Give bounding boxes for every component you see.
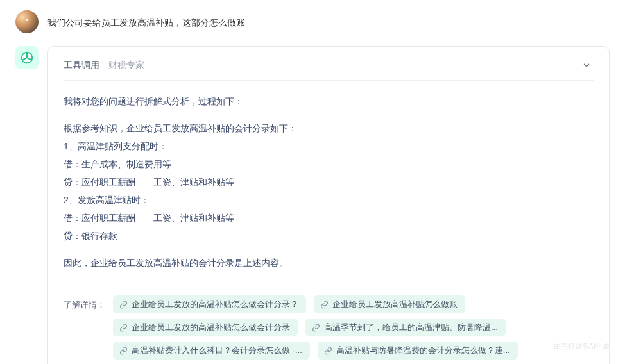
related-link-text: 企业给员工发放高温补贴怎么做账 (332, 299, 458, 310)
ai-response-card: 工具调用 财税专家 我将对您的问题进行拆解式分析，过程如下： 根据参考知识，企业… (47, 46, 610, 364)
related-link[interactable]: 企业给员工发放的高温补贴怎么做会计分录 (113, 318, 298, 336)
related-label: 了解详情： (64, 295, 105, 311)
related-link[interactable]: 高温季节到了，给员工的高温津贴、防暑降温... (305, 318, 506, 336)
answer-line: 借：应付职工薪酬——工资、津贴和补贴等 (64, 209, 594, 227)
tool-call-name: 财税专家 (108, 60, 144, 71)
related-link[interactable]: 企业给员工发放的高温补贴怎么做会计分录？ (113, 295, 306, 313)
answer-line: 贷：应付职工薪酬——工资、津贴和补贴等 (64, 173, 594, 191)
related-links-container: 企业给员工发放的高温补贴怎么做会计分录？ 企业给员工发放高温补贴怎么做账 企业给… (113, 295, 594, 360)
ai-answer-body: 我将对您的问题进行拆解式分析，过程如下： 根据参考知识，企业给员工发放高温补贴的… (64, 92, 594, 272)
related-link-text: 企业给员工发放的高温补贴怎么做会计分录？ (132, 299, 298, 310)
user-avatar (15, 10, 39, 33)
watermark-text: 由亮灯财务AI生成 (554, 342, 610, 351)
related-link[interactable]: 高温补贴与防暑降温费的会计分录怎么做？速... (318, 342, 518, 360)
user-question-text: 我们公司要给员工发放高温补贴，这部分怎么做账 (47, 10, 245, 29)
related-link-text: 企业给员工发放的高温补贴怎么做会计分录 (132, 322, 290, 333)
related-link[interactable]: 高温补贴费计入什么科目？会计分录怎么做 -... (113, 342, 310, 360)
related-link-text: 高温补贴费计入什么科目？会计分录怎么做 -... (132, 345, 302, 356)
answer-intro: 我将对您的问题进行拆解式分析，过程如下： (64, 92, 594, 110)
related-section: 了解详情： 企业给员工发放的高温补贴怎么做会计分录？ 企业给员工发放高温补贴怎么… (64, 286, 594, 360)
related-link-text: 高温季节到了，给员工的高温津贴、防暑降温... (324, 322, 498, 333)
answer-conclusion: 因此，企业给员工发放高温补贴的会计分录是上述内容。 (64, 254, 594, 272)
related-link-text: 高温补贴与防暑降温费的会计分录怎么做？速... (336, 345, 510, 356)
answer-line: 根据参考知识，企业给员工发放高温补贴的会计分录如下： (64, 119, 594, 137)
chevron-down-icon[interactable] (582, 61, 591, 72)
user-message: 我们公司要给员工发放高温补贴，这部分怎么做账 (15, 10, 610, 33)
answer-line: 借：生产成本、制造费用等 (64, 155, 594, 173)
tool-call-label: 工具调用 (64, 60, 99, 71)
related-link[interactable]: 企业给员工发放高温补贴怎么做账 (314, 295, 465, 313)
tool-call-header[interactable]: 工具调用 财税专家 (64, 60, 594, 81)
answer-line: 1、高温津贴列支分配时： (64, 137, 594, 155)
answer-line: 贷：银行存款 (64, 227, 594, 245)
answer-line: 2、发放高温津贴时： (64, 191, 594, 209)
ai-avatar (15, 46, 39, 69)
ai-message: 工具调用 财税专家 我将对您的问题进行拆解式分析，过程如下： 根据参考知识，企业… (15, 46, 610, 364)
